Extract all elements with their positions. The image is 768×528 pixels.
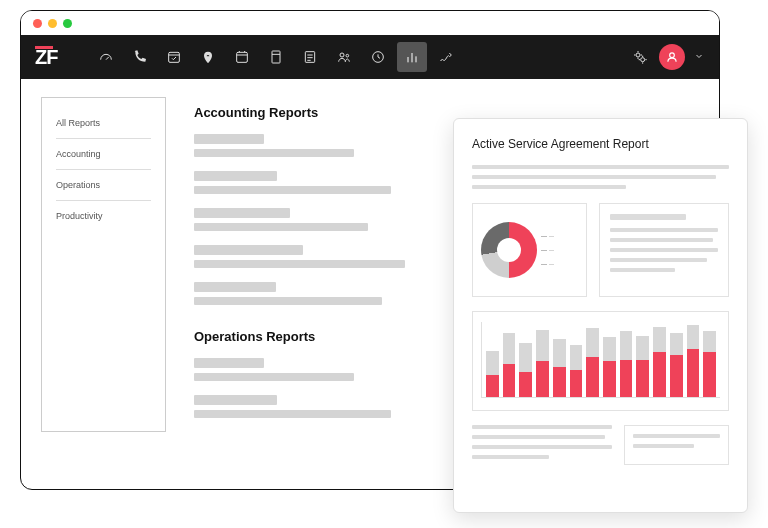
- bar-pair: [636, 322, 649, 397]
- bar-pair: [670, 322, 683, 397]
- sidebar-item-operations[interactable]: Operations: [56, 170, 151, 201]
- nav-settings[interactable]: [625, 42, 655, 72]
- nav-clock[interactable]: [363, 42, 393, 72]
- svg-point-9: [641, 58, 645, 62]
- svg-point-8: [636, 53, 640, 57]
- calendar-check-icon: [166, 49, 182, 65]
- bar-chart-panel: [472, 311, 729, 411]
- nav-sign[interactable]: [431, 42, 461, 72]
- sidebar: All Reports Accounting Operations Produc…: [41, 97, 166, 432]
- bar-pair: [620, 322, 633, 397]
- list-icon: [302, 49, 318, 65]
- svg-point-1: [207, 54, 210, 57]
- donut-legend-item: —: [541, 247, 554, 253]
- nav-calendar[interactable]: [227, 42, 257, 72]
- calendar-icon: [234, 49, 250, 65]
- bar-pair: [486, 322, 499, 397]
- navbar: ZF: [21, 35, 719, 79]
- minimize-dot[interactable]: [48, 19, 57, 28]
- report-intro-text: [472, 165, 729, 189]
- bar-pair: [570, 322, 583, 397]
- svg-rect-0: [169, 52, 180, 62]
- bar-pair: [519, 322, 532, 397]
- report-body-text: [472, 425, 612, 465]
- nav-phone[interactable]: [125, 42, 155, 72]
- bar-pair: [703, 322, 716, 397]
- donut-legend-item: —: [541, 233, 554, 239]
- nav-calendar-check[interactable]: [159, 42, 189, 72]
- bar-pair: [603, 322, 616, 397]
- titlebar: [21, 11, 719, 35]
- nav-calculator[interactable]: [261, 42, 291, 72]
- nav-people[interactable]: [329, 42, 359, 72]
- user-avatar[interactable]: [659, 44, 685, 70]
- zoom-dot[interactable]: [63, 19, 72, 28]
- bar-pair: [586, 322, 599, 397]
- bar-chart: [481, 322, 720, 398]
- user-menu-toggle[interactable]: [693, 48, 705, 66]
- bar-pair: [503, 322, 516, 397]
- phone-icon: [132, 49, 148, 65]
- calculator-icon: [268, 49, 284, 65]
- donut-chart-panel: — — —: [472, 203, 587, 297]
- bar-pair: [653, 322, 666, 397]
- nav-map-pin[interactable]: [193, 42, 223, 72]
- bar-pair: [687, 322, 700, 397]
- donut-chart: [481, 222, 537, 278]
- sidebar-item-accounting[interactable]: Accounting: [56, 139, 151, 170]
- bar-pair: [536, 322, 549, 397]
- bar-pair: [553, 322, 566, 397]
- nav-reports[interactable]: [397, 42, 427, 72]
- close-dot[interactable]: [33, 19, 42, 28]
- map-pin-icon: [200, 49, 216, 65]
- sign-icon: [438, 49, 454, 65]
- clock-icon: [370, 49, 386, 65]
- summary-text-panel: [599, 203, 729, 297]
- people-icon: [336, 49, 352, 65]
- svg-point-6: [346, 54, 349, 57]
- chevron-down-icon: [693, 50, 705, 62]
- svg-point-5: [340, 53, 344, 57]
- sidebar-item-productivity[interactable]: Productivity: [56, 201, 151, 231]
- sidebar-item-all-reports[interactable]: All Reports: [56, 108, 151, 139]
- gears-icon: [632, 49, 648, 65]
- gauge-icon: [98, 49, 114, 65]
- report-title: Active Service Agreement Report: [472, 137, 729, 151]
- nav-list[interactable]: [295, 42, 325, 72]
- logo[interactable]: ZF: [35, 46, 57, 69]
- nav-gauge[interactable]: [91, 42, 121, 72]
- donut-legend: — — —: [541, 233, 554, 267]
- donut-legend-item: —: [541, 261, 554, 267]
- bar-chart-icon: [404, 49, 420, 65]
- report-preview-card: Active Service Agreement Report — — —: [453, 118, 748, 513]
- user-icon: [665, 50, 679, 64]
- report-note-panel: [624, 425, 729, 465]
- svg-point-10: [670, 53, 675, 58]
